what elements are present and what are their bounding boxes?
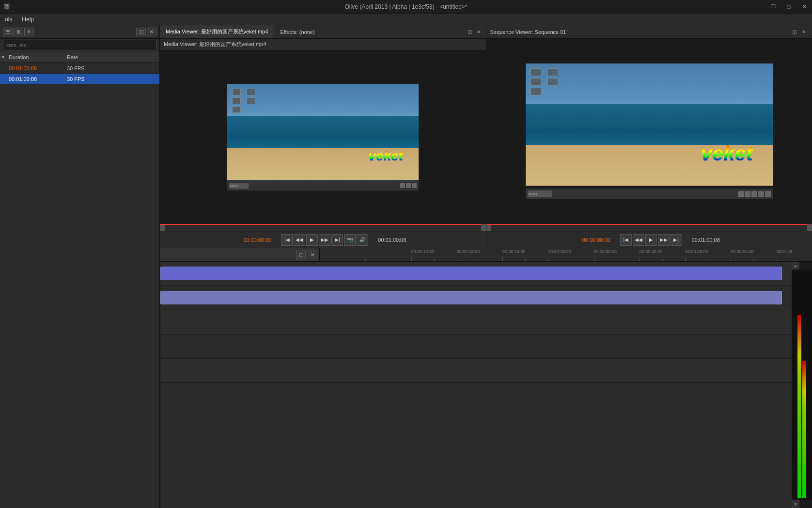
restore-button[interactable]: ❐	[765, 0, 781, 13]
scrubber-right-handle[interactable]	[481, 224, 486, 231]
media-viewer-resize-icon[interactable]: ◫	[466, 28, 474, 36]
seq-scrubber-right-handle[interactable]	[807, 224, 812, 231]
timeline-ruler: 00:00:12:00 00:00:18:00 00:00:24:00 00:0…	[320, 248, 792, 261]
seq-taskbar-preview: Menu	[526, 189, 773, 199]
ruler-mark-9: 00:01:00:00	[777, 249, 792, 254]
timeline-panel-close-icon[interactable]: ✕	[308, 251, 317, 259]
volume-button[interactable]: 🔊	[357, 234, 368, 246]
expand-icon: ▾	[2, 54, 9, 60]
panel-resize-icon[interactable]: ◫	[136, 28, 146, 36]
ruler-mark-5: 00:00:36:00	[594, 249, 617, 254]
grid-view-icon[interactable]: ⊞	[14, 28, 23, 36]
seq-skip-to-start-button[interactable]: |◀	[620, 234, 632, 246]
ruler-mark-4: 00:00:30:00	[548, 249, 571, 254]
seq-play-button[interactable]: ▶	[645, 234, 657, 246]
media-viewer-tab[interactable]: Media Viewer: 最好用的国产系统veket.mp4	[160, 25, 274, 38]
ruler-tick-7	[685, 257, 686, 261]
seq-step-forward-button[interactable]: ▶▶	[658, 234, 670, 246]
close-button[interactable]: ✕	[796, 0, 812, 13]
ruler-tick-8	[731, 257, 731, 261]
list-view-icon[interactable]: ☰	[3, 28, 13, 36]
duration-column-header: Duration	[9, 54, 67, 60]
main-layout: ☰ ⊞ ≡ ◫ ✕ ▾ Duration Rate 00:01:00:08 30…	[0, 25, 812, 508]
timeline-content-area: · · ·	[160, 262, 812, 508]
media-bin-header: ☰ ⊞ ≡ ◫ ✕	[0, 25, 159, 39]
scroll-down-arrow[interactable]: ▼	[792, 500, 799, 508]
file-row[interactable]: 00:01:00:08 30 FPS	[0, 63, 159, 74]
ruler-tick-3	[502, 257, 503, 261]
ruler-mark-6: 00:00:42:00	[640, 249, 663, 254]
seq-total-duration: 00:01:00:08	[692, 237, 720, 243]
ruler-tick-5	[594, 257, 594, 261]
title-bar: 🎬 Olive (April 2019 | Alpha | 1e3cf53) -…	[0, 0, 812, 14]
sequence-video-preview: veket Menu	[526, 64, 773, 199]
ruler-tick-2	[457, 257, 457, 261]
timeline-header-row: ◫ ✕ 00:00:12:00 00:00:18:00 00:00:24:00 …	[160, 248, 812, 262]
ruler-mark-2: 00:00:18:00	[457, 249, 480, 254]
search-bar	[0, 39, 159, 51]
effects-tab[interactable]: Effects: (none)	[274, 25, 321, 38]
menu-item-ols[interactable]: ols	[0, 14, 17, 25]
ruler-subtick	[708, 259, 708, 261]
system-menu-icon[interactable]: 🎬	[0, 0, 14, 13]
seq-scrubber-left-handle[interactable]	[486, 224, 491, 231]
ruler-subtick	[434, 259, 435, 261]
meter-bar-right	[802, 361, 806, 498]
veket-watermark: veket	[369, 148, 404, 164]
app-title: Olive (April 2019 | Alpha | 1e3cf53) - <…	[344, 3, 467, 10]
seq-viewer-resize-icon[interactable]: ◫	[790, 28, 798, 36]
media-viewer-tabs: Media Viewer: 最好用的国产系统veket.mp4 Effects:…	[160, 25, 486, 39]
timeline-area: ◫ ✕ 00:00:12:00 00:00:18:00 00:00:24:00 …	[160, 248, 812, 508]
ruler-subtick	[525, 259, 526, 261]
sequence-viewer-header: Sequence Viewer: Sequence 01 ◫ ✕	[486, 25, 812, 39]
sequence-viewer-controls: 00:00:00:00 |◀ ◀◀ ▶ ▶▶ ▶| 00:01:00:08	[486, 231, 812, 248]
maximize-button[interactable]: □	[781, 0, 796, 13]
media-viewer-scrubber[interactable]	[160, 224, 486, 231]
scroll-up-arrow[interactable]: ▲	[792, 262, 799, 270]
skip-to-end-button[interactable]: ▶|	[331, 234, 343, 246]
ruler-tick-9	[777, 257, 777, 261]
right-area: Media Viewer: 最好用的国产系统veket.mp4 Effects:…	[160, 25, 812, 508]
audio-clip[interactable]	[160, 291, 782, 304]
seq-viewer-close-icon[interactable]: ✕	[799, 28, 808, 36]
ruler-subtick	[753, 259, 754, 261]
empty-track-4	[160, 383, 792, 407]
clip-resize-dots: · · ·	[468, 271, 474, 276]
timeline-clips-area: · · ·	[160, 262, 792, 508]
panel-close-icon[interactable]: ✕	[147, 28, 156, 36]
seq-skip-to-end-button[interactable]: ▶|	[671, 234, 682, 246]
step-back-button[interactable]: ◀◀	[294, 234, 305, 246]
file-duration: 00:01:00:08	[9, 76, 67, 82]
media-viewer-panel: Media Viewer: 最好用的国产系统veket.mp4 Effects:…	[160, 25, 486, 248]
ruler-tick-4	[548, 257, 548, 261]
menu-item-help[interactable]: Help	[17, 14, 39, 25]
scrubber-left-handle[interactable]	[160, 224, 165, 231]
empty-track-1	[160, 310, 792, 334]
skip-to-start-button[interactable]: |◀	[281, 234, 293, 246]
empty-track-2	[160, 334, 792, 359]
sequence-viewer-scrubber[interactable]	[486, 224, 812, 231]
timeline-panel-resize-icon[interactable]: ◫	[296, 251, 306, 259]
play-button[interactable]: ▶	[306, 234, 318, 246]
search-input[interactable]	[3, 40, 156, 50]
ruler-subtick	[365, 259, 366, 261]
empty-track-3	[160, 359, 792, 383]
ruler-subtick	[480, 259, 480, 261]
step-forward-button[interactable]: ▶▶	[319, 234, 330, 246]
media-viewer-controls: 00:00:00:00 |◀ ◀◀ ▶ ▶▶ ▶| 📷 🔊 00:01:00:0…	[160, 231, 486, 248]
camera-button[interactable]: 📷	[344, 234, 356, 246]
seq-step-back-button[interactable]: ◀◀	[633, 234, 644, 246]
minimize-button[interactable]: ─	[750, 0, 765, 13]
file-row-selected[interactable]: 00:01:00:08 30 FPS	[0, 74, 159, 84]
panel-controls: ☰ ⊞ ≡	[3, 28, 34, 36]
sequence-viewer-panel: Sequence Viewer: Sequence 01 ◫ ✕	[486, 25, 812, 248]
media-viewer-tab-label: Media Viewer: 最好用的国产系统veket.mp4	[166, 28, 268, 35]
ruler-mark-1: 00:00:12:00	[411, 249, 435, 254]
detail-view-icon[interactable]: ≡	[24, 28, 34, 36]
viewers-row: Media Viewer: 最好用的国产系统veket.mp4 Effects:…	[160, 25, 812, 248]
media-bin-empty-area	[0, 84, 159, 508]
video-clip[interactable]: · · ·	[160, 267, 782, 280]
file-duration: 00:01:00:08	[9, 65, 67, 71]
media-viewer-close-icon[interactable]: ✕	[474, 28, 483, 36]
effects-tab-label: Effects: (none)	[280, 29, 314, 35]
